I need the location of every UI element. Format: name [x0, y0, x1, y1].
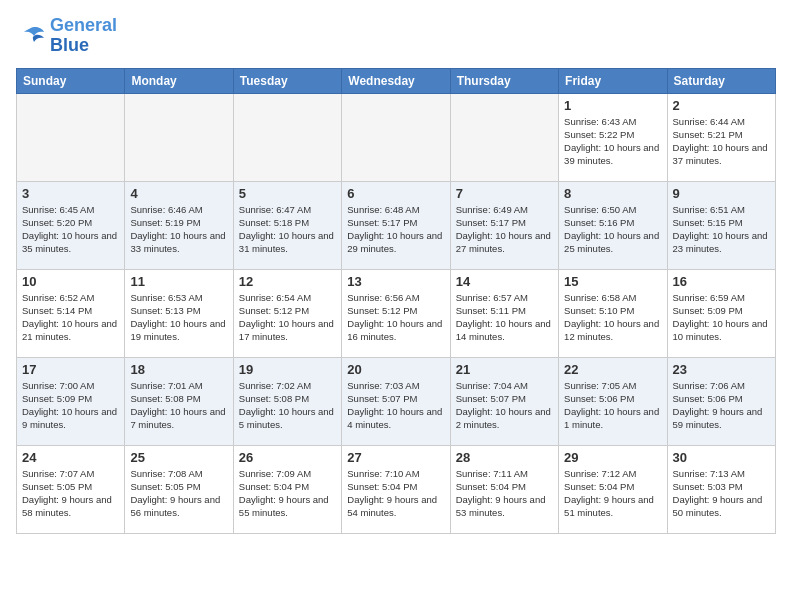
calendar-day-cell: 21Sunrise: 7:04 AM Sunset: 5:07 PM Dayli…	[450, 357, 558, 445]
day-info: Sunrise: 6:56 AM Sunset: 5:12 PM Dayligh…	[347, 291, 444, 344]
day-number: 17	[22, 362, 119, 377]
calendar-day-cell: 6Sunrise: 6:48 AM Sunset: 5:17 PM Daylig…	[342, 181, 450, 269]
day-number: 20	[347, 362, 444, 377]
day-info: Sunrise: 7:09 AM Sunset: 5:04 PM Dayligh…	[239, 467, 336, 520]
calendar-week-row: 1Sunrise: 6:43 AM Sunset: 5:22 PM Daylig…	[17, 93, 776, 181]
day-info: Sunrise: 6:44 AM Sunset: 5:21 PM Dayligh…	[673, 115, 770, 168]
calendar-week-row: 10Sunrise: 6:52 AM Sunset: 5:14 PM Dayli…	[17, 269, 776, 357]
calendar-day-cell	[125, 93, 233, 181]
calendar-day-cell: 14Sunrise: 6:57 AM Sunset: 5:11 PM Dayli…	[450, 269, 558, 357]
calendar-day-cell: 13Sunrise: 6:56 AM Sunset: 5:12 PM Dayli…	[342, 269, 450, 357]
day-info: Sunrise: 6:47 AM Sunset: 5:18 PM Dayligh…	[239, 203, 336, 256]
day-number: 7	[456, 186, 553, 201]
calendar-day-cell: 28Sunrise: 7:11 AM Sunset: 5:04 PM Dayli…	[450, 445, 558, 533]
page-header: General Blue	[16, 16, 776, 56]
day-info: Sunrise: 7:00 AM Sunset: 5:09 PM Dayligh…	[22, 379, 119, 432]
day-number: 30	[673, 450, 770, 465]
calendar-day-cell: 25Sunrise: 7:08 AM Sunset: 5:05 PM Dayli…	[125, 445, 233, 533]
calendar-day-cell: 15Sunrise: 6:58 AM Sunset: 5:10 PM Dayli…	[559, 269, 667, 357]
calendar-day-cell: 10Sunrise: 6:52 AM Sunset: 5:14 PM Dayli…	[17, 269, 125, 357]
calendar-day-cell: 17Sunrise: 7:00 AM Sunset: 5:09 PM Dayli…	[17, 357, 125, 445]
calendar-header-row: SundayMondayTuesdayWednesdayThursdayFrid…	[17, 68, 776, 93]
weekday-header: Friday	[559, 68, 667, 93]
day-number: 22	[564, 362, 661, 377]
day-number: 1	[564, 98, 661, 113]
day-info: Sunrise: 6:49 AM Sunset: 5:17 PM Dayligh…	[456, 203, 553, 256]
day-number: 19	[239, 362, 336, 377]
day-info: Sunrise: 7:04 AM Sunset: 5:07 PM Dayligh…	[456, 379, 553, 432]
weekday-header: Thursday	[450, 68, 558, 93]
calendar-day-cell: 16Sunrise: 6:59 AM Sunset: 5:09 PM Dayli…	[667, 269, 775, 357]
day-number: 28	[456, 450, 553, 465]
calendar-day-cell: 5Sunrise: 6:47 AM Sunset: 5:18 PM Daylig…	[233, 181, 341, 269]
calendar-day-cell: 30Sunrise: 7:13 AM Sunset: 5:03 PM Dayli…	[667, 445, 775, 533]
day-info: Sunrise: 7:05 AM Sunset: 5:06 PM Dayligh…	[564, 379, 661, 432]
calendar-day-cell: 12Sunrise: 6:54 AM Sunset: 5:12 PM Dayli…	[233, 269, 341, 357]
day-info: Sunrise: 7:07 AM Sunset: 5:05 PM Dayligh…	[22, 467, 119, 520]
calendar-day-cell: 22Sunrise: 7:05 AM Sunset: 5:06 PM Dayli…	[559, 357, 667, 445]
day-number: 13	[347, 274, 444, 289]
day-info: Sunrise: 7:12 AM Sunset: 5:04 PM Dayligh…	[564, 467, 661, 520]
day-number: 26	[239, 450, 336, 465]
calendar-day-cell	[17, 93, 125, 181]
calendar-week-row: 24Sunrise: 7:07 AM Sunset: 5:05 PM Dayli…	[17, 445, 776, 533]
day-info: Sunrise: 6:51 AM Sunset: 5:15 PM Dayligh…	[673, 203, 770, 256]
day-number: 16	[673, 274, 770, 289]
day-info: Sunrise: 7:13 AM Sunset: 5:03 PM Dayligh…	[673, 467, 770, 520]
weekday-header: Monday	[125, 68, 233, 93]
day-info: Sunrise: 6:57 AM Sunset: 5:11 PM Dayligh…	[456, 291, 553, 344]
day-info: Sunrise: 6:54 AM Sunset: 5:12 PM Dayligh…	[239, 291, 336, 344]
logo-text: General Blue	[50, 16, 117, 56]
logo: General Blue	[16, 16, 117, 56]
calendar-day-cell: 11Sunrise: 6:53 AM Sunset: 5:13 PM Dayli…	[125, 269, 233, 357]
weekday-header: Saturday	[667, 68, 775, 93]
calendar-week-row: 3Sunrise: 6:45 AM Sunset: 5:20 PM Daylig…	[17, 181, 776, 269]
day-number: 21	[456, 362, 553, 377]
calendar-day-cell: 8Sunrise: 6:50 AM Sunset: 5:16 PM Daylig…	[559, 181, 667, 269]
calendar-day-cell	[342, 93, 450, 181]
day-number: 27	[347, 450, 444, 465]
day-info: Sunrise: 7:02 AM Sunset: 5:08 PM Dayligh…	[239, 379, 336, 432]
day-number: 3	[22, 186, 119, 201]
day-info: Sunrise: 7:06 AM Sunset: 5:06 PM Dayligh…	[673, 379, 770, 432]
day-info: Sunrise: 7:01 AM Sunset: 5:08 PM Dayligh…	[130, 379, 227, 432]
day-number: 10	[22, 274, 119, 289]
day-number: 4	[130, 186, 227, 201]
day-info: Sunrise: 7:03 AM Sunset: 5:07 PM Dayligh…	[347, 379, 444, 432]
day-number: 25	[130, 450, 227, 465]
calendar-day-cell: 26Sunrise: 7:09 AM Sunset: 5:04 PM Dayli…	[233, 445, 341, 533]
calendar-day-cell: 19Sunrise: 7:02 AM Sunset: 5:08 PM Dayli…	[233, 357, 341, 445]
day-number: 6	[347, 186, 444, 201]
calendar-day-cell: 18Sunrise: 7:01 AM Sunset: 5:08 PM Dayli…	[125, 357, 233, 445]
day-info: Sunrise: 7:10 AM Sunset: 5:04 PM Dayligh…	[347, 467, 444, 520]
weekday-header: Tuesday	[233, 68, 341, 93]
day-info: Sunrise: 7:11 AM Sunset: 5:04 PM Dayligh…	[456, 467, 553, 520]
day-number: 24	[22, 450, 119, 465]
day-number: 18	[130, 362, 227, 377]
weekday-header: Wednesday	[342, 68, 450, 93]
calendar-day-cell: 20Sunrise: 7:03 AM Sunset: 5:07 PM Dayli…	[342, 357, 450, 445]
calendar-table: SundayMondayTuesdayWednesdayThursdayFrid…	[16, 68, 776, 534]
weekday-header: Sunday	[17, 68, 125, 93]
calendar-week-row: 17Sunrise: 7:00 AM Sunset: 5:09 PM Dayli…	[17, 357, 776, 445]
calendar-day-cell: 29Sunrise: 7:12 AM Sunset: 5:04 PM Dayli…	[559, 445, 667, 533]
day-number: 14	[456, 274, 553, 289]
day-info: Sunrise: 6:52 AM Sunset: 5:14 PM Dayligh…	[22, 291, 119, 344]
day-info: Sunrise: 7:08 AM Sunset: 5:05 PM Dayligh…	[130, 467, 227, 520]
calendar-day-cell: 9Sunrise: 6:51 AM Sunset: 5:15 PM Daylig…	[667, 181, 775, 269]
day-number: 2	[673, 98, 770, 113]
day-info: Sunrise: 6:46 AM Sunset: 5:19 PM Dayligh…	[130, 203, 227, 256]
day-number: 5	[239, 186, 336, 201]
logo-icon	[16, 24, 46, 48]
calendar-day-cell: 2Sunrise: 6:44 AM Sunset: 5:21 PM Daylig…	[667, 93, 775, 181]
day-number: 11	[130, 274, 227, 289]
calendar-day-cell: 23Sunrise: 7:06 AM Sunset: 5:06 PM Dayli…	[667, 357, 775, 445]
calendar-day-cell: 27Sunrise: 7:10 AM Sunset: 5:04 PM Dayli…	[342, 445, 450, 533]
calendar-day-cell	[450, 93, 558, 181]
day-number: 12	[239, 274, 336, 289]
day-info: Sunrise: 6:53 AM Sunset: 5:13 PM Dayligh…	[130, 291, 227, 344]
day-number: 8	[564, 186, 661, 201]
calendar-day-cell: 4Sunrise: 6:46 AM Sunset: 5:19 PM Daylig…	[125, 181, 233, 269]
day-number: 29	[564, 450, 661, 465]
calendar-day-cell: 7Sunrise: 6:49 AM Sunset: 5:17 PM Daylig…	[450, 181, 558, 269]
